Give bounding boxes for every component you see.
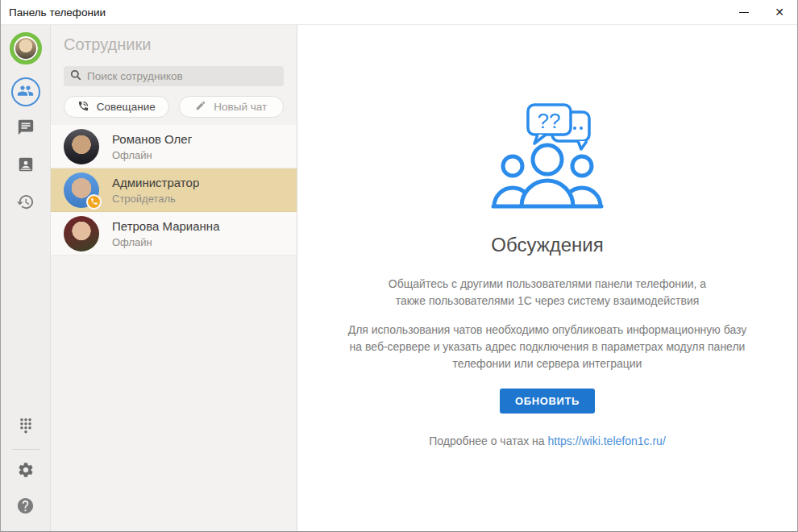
employee-info: Администратор Стройдеталь: [112, 175, 199, 206]
question-mark-icon: [16, 497, 35, 518]
sidebar-item-help[interactable]: [11, 493, 40, 522]
sidebar-item-history[interactable]: [11, 189, 40, 218]
sidebar-item-employees[interactable]: [11, 77, 40, 106]
avatar: [64, 172, 99, 208]
avatar: [64, 129, 99, 164]
gear-icon: [17, 461, 35, 482]
people-icon: [17, 82, 34, 102]
dialpad-icon: [17, 416, 35, 438]
content: Сотрудники Совещание Н: [1, 25, 797, 531]
employees-panel: Сотрудники Совещание Н: [51, 25, 297, 531]
window-title: Панель телефонии: [9, 6, 726, 19]
on-call-badge: [86, 194, 102, 210]
employee-name: Администратор: [112, 175, 199, 190]
sidebar-item-settings[interactable]: [11, 457, 40, 486]
more-info-prefix: Подробнее о чатах на: [429, 434, 547, 447]
employee-status: Офлайн: [112, 235, 219, 249]
discussions-panel: ?? Обсуждения Общайтесь с другими пользо…: [297, 25, 797, 531]
avatar: [64, 216, 99, 251]
employee-info: Романов Олег Офлайн: [112, 131, 192, 162]
phone-icon: [90, 197, 98, 206]
employee-row-administrator[interactable]: Администратор Стройдеталь: [51, 168, 297, 212]
employee-status: Офлайн: [112, 148, 192, 162]
discussions-paragraph-1: Общайтесь с другими пользователями панел…: [374, 276, 721, 310]
wiki-link[interactable]: https://wiki.telefon1c.ru/: [547, 434, 665, 447]
close-icon: ✕: [775, 6, 784, 18]
sidebar-rail: [1, 25, 51, 531]
search-box[interactable]: [64, 66, 284, 86]
employee-name: Романов Олег: [112, 131, 192, 147]
discussions-paragraph-2: Для использования чатов необходимо опубл…: [348, 322, 747, 372]
employee-row-petrova[interactable]: Петрова Марианна Офлайн: [51, 212, 297, 256]
sidebar-item-contacts[interactable]: [11, 152, 40, 181]
minimize-button[interactable]: [726, 0, 762, 25]
minimize-icon: [739, 12, 749, 13]
meeting-button-label: Совещание: [97, 101, 156, 113]
contact-card-icon: [17, 156, 35, 177]
employee-name: Петрова Марианна: [112, 218, 219, 234]
chat-bubble-icon: [17, 118, 35, 139]
app-window: Панель телефонии ✕: [0, 0, 798, 532]
sidebar-item-chats[interactable]: [11, 114, 40, 143]
panel-title: Сотрудники: [64, 35, 284, 54]
sidebar-item-dialpad[interactable]: [11, 413, 40, 442]
employee-status: Стройдеталь: [112, 192, 199, 206]
pencil-icon: [195, 100, 206, 114]
employee-row-romanov[interactable]: Романов Олег Офлайн: [51, 125, 297, 168]
refresh-button[interactable]: ОБНОВИТЬ: [500, 389, 595, 414]
search-icon: [70, 69, 81, 84]
search-input[interactable]: [87, 70, 277, 82]
phone-in-talk-icon: [77, 100, 89, 114]
titlebar: Панель телефонии ✕: [1, 0, 797, 25]
history-clock-icon: [16, 193, 35, 214]
actions-row: Совещание Новый чат: [64, 96, 284, 118]
employee-list: Романов Олег Офлайн Администратор Стройд…: [51, 125, 297, 256]
new-chat-button[interactable]: Новый чат: [179, 96, 285, 118]
rail-divider: [12, 449, 39, 450]
more-info-line: Подробнее о чатах на https://wiki.telefo…: [429, 434, 666, 447]
discussion-illustration: ??: [491, 98, 604, 214]
new-chat-button-label: Новый чат: [214, 101, 267, 113]
employee-info: Петрова Марианна Офлайн: [112, 218, 219, 249]
discussions-title: Обсуждения: [491, 234, 603, 256]
svg-text:??: ??: [538, 109, 561, 133]
close-button[interactable]: ✕: [762, 0, 797, 25]
current-user-avatar[interactable]: [10, 32, 42, 64]
meeting-button[interactable]: Совещание: [64, 96, 169, 118]
